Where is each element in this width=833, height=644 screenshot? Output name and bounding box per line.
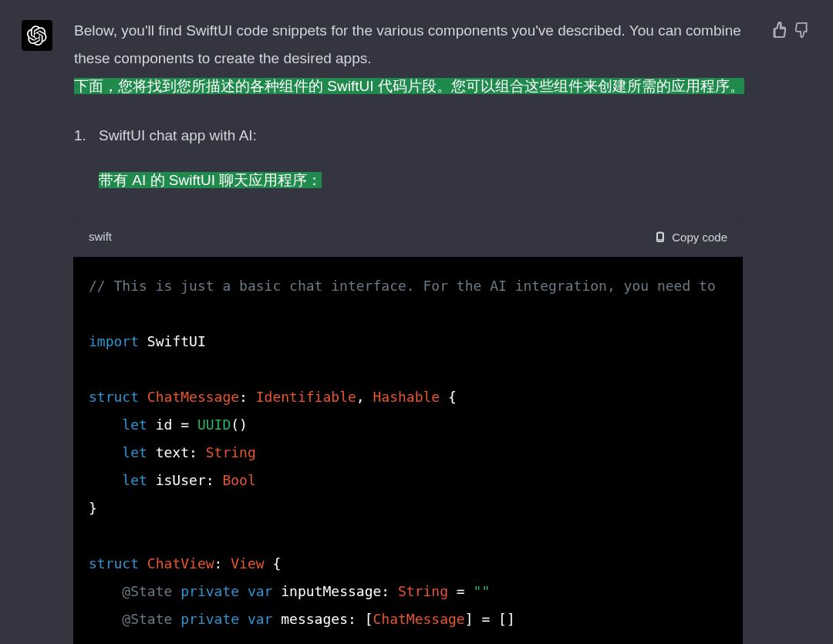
code-token: text:	[147, 444, 206, 460]
assistant-message: Below, you'll find SwiftUI code snippets…	[0, 0, 833, 644]
code-token: private	[172, 611, 239, 627]
code-token: String	[398, 583, 448, 599]
list-item-chinese: 带有 AI 的 SwiftUI 聊天应用程序：	[99, 172, 322, 188]
response-english: Below, you'll find SwiftUI code snippets…	[74, 22, 741, 66]
list-item-english: SwiftUI chat app with AI:	[99, 127, 257, 143]
code-token: ChatMessage	[139, 389, 239, 405]
code-token: String	[206, 444, 256, 460]
code-token: =	[180, 416, 189, 433]
thumbs-down-icon	[794, 22, 811, 39]
feedback-buttons	[770, 20, 811, 644]
code-token: let	[89, 444, 147, 460]
code-token: let	[89, 472, 147, 488]
code-token: struct	[89, 389, 139, 405]
code-header: swift Copy code	[73, 217, 743, 257]
code-language: swift	[89, 226, 112, 248]
code-token: isUser:	[147, 472, 223, 488]
code-token: View	[231, 555, 264, 572]
code-token: @State	[89, 611, 172, 627]
code-token: Identifiable	[256, 389, 356, 405]
code-token: id	[147, 416, 180, 433]
code-token: ,	[356, 389, 373, 405]
code-token: {	[440, 389, 457, 405]
code-token: []	[490, 611, 515, 627]
thumbs-up-button[interactable]	[770, 20, 787, 37]
clipboard-icon	[653, 231, 666, 244]
code-token: struct	[89, 555, 139, 572]
openai-icon	[27, 25, 47, 46]
thumbs-down-button[interactable]	[794, 20, 811, 37]
code-token: import	[89, 333, 139, 349]
code-token: {	[265, 555, 282, 572]
code-token: :	[239, 389, 256, 405]
copy-code-button[interactable]: Copy code	[653, 231, 727, 244]
code-block: swift Copy code // This is just a bas	[73, 217, 743, 644]
code-token: // This is just a basic chat interface. …	[89, 278, 724, 294]
response-chinese: 下面，您将找到您所描述的各种组件的 SwiftUI 代码片段。您可以组合这些组件…	[74, 78, 744, 94]
code-token: let	[89, 416, 147, 433]
code-token: }	[89, 500, 97, 516]
code-token: Bool	[222, 472, 255, 488]
code-token: :	[214, 555, 231, 572]
code-token: =	[448, 583, 474, 599]
copy-code-label: Copy code	[672, 231, 727, 244]
thumbs-up-icon	[770, 22, 787, 39]
response-list: 1. SwiftUI chat app with AI: 带有 AI 的 Swi…	[74, 122, 748, 194]
code-token: private	[172, 583, 239, 599]
code-token: SwiftUI	[139, 333, 206, 349]
code-body[interactable]: // This is just a basic chat interface. …	[73, 257, 743, 644]
code-token: var	[239, 611, 272, 627]
code-token: ]	[465, 611, 482, 627]
assistant-avatar	[22, 20, 52, 51]
response-paragraph: Below, you'll find SwiftUI code snippets…	[74, 17, 748, 100]
code-token: inputMessage:	[272, 583, 398, 599]
code-token: ()	[231, 416, 248, 433]
code-token: var	[239, 583, 272, 599]
code-token: @State	[89, 583, 172, 599]
list-item: 1. SwiftUI chat app with AI: 带有 AI 的 Swi…	[74, 122, 748, 194]
message-content: Below, you'll find SwiftUI code snippets…	[74, 17, 748, 644]
svg-rect-3	[658, 232, 663, 240]
list-number: 1.	[74, 122, 86, 150]
code-token: UUID	[189, 416, 231, 433]
code-token: messages: [	[272, 611, 373, 627]
code-token: ""	[474, 583, 491, 599]
code-token: =	[481, 611, 490, 627]
code-token: Hashable	[373, 389, 440, 405]
code-token: ChatView	[139, 555, 214, 572]
code-token: ChatMessage	[373, 611, 464, 627]
